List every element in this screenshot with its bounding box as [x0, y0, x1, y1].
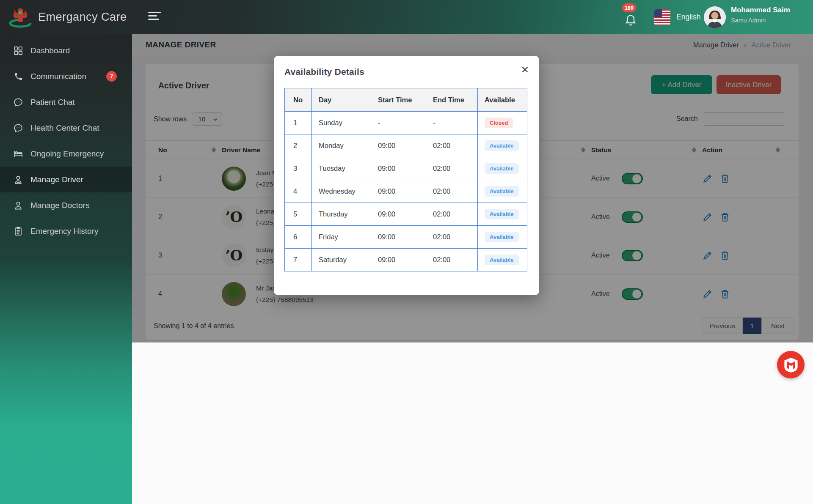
language-selector[interactable]: English	[676, 0, 700, 34]
availability-row: 2 Monday 09:00 02:00 Available	[285, 134, 527, 157]
hospital-bed-icon	[13, 148, 24, 159]
user-avatar-image	[704, 6, 726, 28]
shield-m-icon	[784, 357, 798, 373]
status-badge: Available	[485, 163, 519, 174]
availability-row: 1 Sunday - - Closed	[285, 112, 527, 134]
status-badge: Available	[485, 186, 519, 197]
sidebar-item-label: Emergency History	[30, 227, 99, 236]
bell-icon	[624, 13, 637, 27]
chat-bubble-icon	[13, 97, 24, 108]
availability-row: 6 Friday 09:00 02:00 Available	[285, 226, 527, 249]
sidebar-item-manage-driver[interactable]: Manage Driver	[0, 167, 132, 192]
status-badge: Available	[485, 140, 519, 151]
app-title: Emergancy Care	[38, 11, 127, 24]
availability-header-no: No	[285, 88, 312, 112]
medical-logo-icon	[8, 6, 32, 29]
modal-title: Availability Details	[284, 67, 529, 77]
sidebar-item-patient-chat[interactable]: Patient Chat	[0, 89, 132, 115]
sidebar-item-ongoing-emergency[interactable]: Ongoing Emergency	[0, 141, 132, 167]
sidebar-item-dashboard[interactable]: Dashboard	[0, 38, 132, 63]
sidebar-item-communication[interactable]: Communication 7	[0, 63, 132, 89]
dashboard-grid-icon	[13, 45, 24, 56]
availability-header-start: Start Time	[371, 88, 426, 112]
availability-header-end: End Time	[426, 88, 478, 112]
sidebar-nav: Dashboard Communication 7 Patient Chat	[0, 34, 132, 504]
clipboard-icon	[13, 226, 24, 237]
communication-count-badge: 7	[106, 71, 117, 82]
sidebar-item-label: Communication	[30, 72, 86, 81]
sidebar-item-label: Dashboard	[30, 46, 70, 55]
app-root: Emergancy Care 189 English	[0, 0, 813, 504]
language-flag-icon[interactable]	[654, 9, 670, 25]
sidebar-item-label: Manage Doctors	[30, 201, 89, 210]
availability-details-modal: Availability Details ✕ No Day Start Time…	[274, 56, 539, 295]
notifications-button[interactable]: 189	[622, 3, 649, 30]
availability-row: 3 Tuesday 09:00 02:00 Available	[285, 157, 527, 180]
status-badge: Available	[485, 255, 519, 265]
phone-icon	[13, 71, 24, 82]
top-header: Emergancy Care 189 English	[0, 0, 813, 34]
availability-row: 4 Wednesday 09:00 02:00 Available	[285, 180, 527, 203]
sidebar-item-label: Health Center Chat	[30, 123, 99, 133]
sidebar-item-label: Ongoing Emergency	[30, 149, 104, 159]
doctor-person-icon	[13, 200, 24, 211]
sidebar-item-label: Patient Chat	[30, 98, 75, 107]
sidebar-toggle-button[interactable]	[148, 12, 163, 23]
driver-person-icon	[13, 174, 24, 185]
user-menu[interactable]: Mohammed Saim Samu Admin	[731, 6, 790, 24]
sidebar-item-manage-doctors[interactable]: Manage Doctors	[0, 192, 132, 218]
user-role: Samu Admin	[731, 17, 790, 24]
availability-row: 5 Thursday 09:00 02:00 Available	[285, 203, 527, 226]
app-logo[interactable]: Emergancy Care	[8, 0, 127, 34]
mcafee-shield-button[interactable]	[777, 351, 805, 378]
status-badge: Closed	[485, 118, 513, 128]
availability-header-available: Available	[478, 88, 527, 112]
user-avatar[interactable]	[704, 6, 726, 28]
status-badge: Available	[485, 209, 519, 219]
status-badge: Available	[485, 232, 519, 242]
availability-row: 7 Saturday 09:00 02:00 Available	[285, 249, 527, 271]
sidebar-item-health-center-chat[interactable]: Health Center Chat	[0, 115, 132, 141]
user-name: Mohammed Saim	[731, 6, 790, 14]
sidebar-item-emergency-history[interactable]: Emergency History	[0, 218, 132, 244]
availability-table: No Day Start Time End Time Available 1 S…	[284, 88, 527, 271]
availability-header-day: Day	[312, 88, 371, 112]
sidebar-item-label: Manage Driver	[30, 175, 83, 184]
chat-bubble-icon	[13, 123, 24, 134]
close-icon[interactable]: ✕	[521, 65, 529, 75]
notification-count-badge: 189	[622, 3, 636, 12]
